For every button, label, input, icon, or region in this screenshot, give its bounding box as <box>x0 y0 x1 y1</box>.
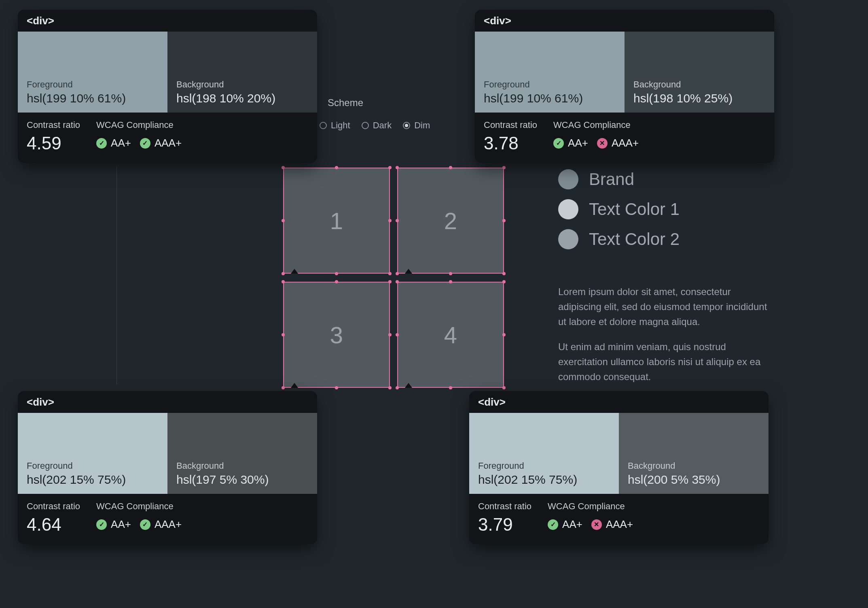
popover-caret-icon <box>291 383 298 388</box>
check-icon: ✓ <box>96 138 107 149</box>
wcag-badge: ✓AA+ <box>553 137 588 149</box>
background-label: Background <box>176 79 308 90</box>
legend-item: Text Color 1 <box>558 199 781 219</box>
background-swatch[interactable]: Backgroundhsl(198 10% 20%) <box>167 32 317 113</box>
scheme-option-dim[interactable]: Dim <box>403 120 430 131</box>
background-label: Background <box>176 461 308 471</box>
background-value: hsl(198 10% 20%) <box>176 91 308 105</box>
x-icon: ✕ <box>597 138 608 149</box>
selection-handle[interactable] <box>335 280 338 283</box>
selection-handle[interactable] <box>388 166 392 169</box>
selection-handle[interactable] <box>282 280 285 283</box>
selection-handle[interactable] <box>335 166 338 169</box>
legend-item: Text Color 2 <box>558 229 781 249</box>
selection-handle[interactable] <box>396 166 399 169</box>
legend-label: Text Color 2 <box>589 230 680 249</box>
popover-caret-icon <box>405 383 412 388</box>
preview-grid: 1 2 3 4 <box>284 168 504 389</box>
selection-handle[interactable] <box>502 219 506 222</box>
selection-handle[interactable] <box>396 333 399 336</box>
lorem-paragraph-2: Ut enim ad minim veniam, quis nostrud ex… <box>558 339 777 385</box>
selection-handle[interactable] <box>282 333 285 336</box>
selection-handle[interactable] <box>335 386 338 389</box>
selection-handle[interactable] <box>449 166 452 169</box>
check-icon: ✓ <box>548 519 558 530</box>
selection-handle[interactable] <box>335 272 338 275</box>
selection-handle[interactable] <box>282 272 285 275</box>
wcag-badge-text: AA+ <box>568 137 588 149</box>
background-label: Background <box>628 461 760 471</box>
background-value: hsl(197 5% 30%) <box>176 473 308 487</box>
foreground-swatch[interactable]: Foregroundhsl(199 10% 61%) <box>18 32 167 113</box>
wcag-badge: ✓AA+ <box>96 137 131 149</box>
contrast-ratio-value: 4.59 <box>27 134 80 152</box>
scheme-label: Scheme <box>328 97 363 108</box>
panel-tag-label: <div> <box>469 391 768 413</box>
background-swatch[interactable]: Backgroundhsl(198 10% 25%) <box>625 32 774 113</box>
selection-handle[interactable] <box>282 166 285 169</box>
foreground-value: hsl(202 15% 75%) <box>27 473 159 487</box>
wcag-badge: ✓AAA+ <box>140 137 182 149</box>
selection-handle[interactable] <box>502 386 506 389</box>
wcag-badge-text: AA+ <box>111 518 131 531</box>
contrast-ratio-label: Contrast ratio <box>484 120 537 130</box>
popover-caret-icon <box>405 269 412 274</box>
selection-handle[interactable] <box>388 272 392 275</box>
wcag-badge-text: AAA+ <box>155 518 182 531</box>
selection-handle[interactable] <box>388 280 392 283</box>
selection-handle[interactable] <box>396 386 399 389</box>
selection-handle[interactable] <box>396 272 399 275</box>
foreground-swatch[interactable]: Foregroundhsl(202 15% 75%) <box>469 413 619 494</box>
selection-handle[interactable] <box>282 386 285 389</box>
selection-handle[interactable] <box>449 280 452 283</box>
lorem-paragraph-1: Lorem ipsum dolor sit amet, consectetur … <box>558 284 777 330</box>
contrast-panel: <div>Foregroundhsl(199 10% 61%)Backgroun… <box>475 10 774 163</box>
radio-label: Light <box>331 120 350 131</box>
body-copy: Lorem ipsum dolor sit amet, consectetur … <box>558 284 777 394</box>
scheme-option-dark[interactable]: Dark <box>362 120 392 131</box>
contrast-ratio-value: 3.78 <box>484 134 537 152</box>
selection-handle[interactable] <box>449 386 452 389</box>
selection-handle[interactable] <box>282 219 285 222</box>
foreground-value: hsl(199 10% 61%) <box>484 91 616 105</box>
grid-cell-1[interactable]: 1 <box>284 168 389 273</box>
foreground-swatch[interactable]: Foregroundhsl(199 10% 61%) <box>475 32 625 113</box>
selection-handle[interactable] <box>502 166 506 169</box>
background-swatch[interactable]: Backgroundhsl(200 5% 35%) <box>619 413 768 494</box>
scheme-option-light[interactable]: Light <box>320 120 350 131</box>
grid-cell-4[interactable]: 4 <box>398 283 503 387</box>
check-icon: ✓ <box>140 138 150 149</box>
foreground-value: hsl(199 10% 61%) <box>27 91 159 105</box>
selection-handle[interactable] <box>396 219 399 222</box>
contrast-panel: <div>Foregroundhsl(202 15% 75%)Backgroun… <box>469 391 768 544</box>
foreground-label: Foreground <box>27 79 159 90</box>
foreground-swatch[interactable]: Foregroundhsl(202 15% 75%) <box>18 413 167 494</box>
selection-handle[interactable] <box>388 386 392 389</box>
grid-cell-3[interactable]: 3 <box>284 283 389 387</box>
selection-handle[interactable] <box>502 280 506 283</box>
contrast-ratio-value: 4.64 <box>27 516 80 534</box>
wcag-badge: ✓AAA+ <box>140 518 182 531</box>
selection-handle[interactable] <box>388 219 392 222</box>
check-icon: ✓ <box>140 519 150 530</box>
foreground-label: Foreground <box>478 461 610 471</box>
background-swatch[interactable]: Backgroundhsl(197 5% 30%) <box>167 413 317 494</box>
legend-label: Text Color 1 <box>589 200 680 219</box>
foreground-label: Foreground <box>484 79 616 90</box>
legend-swatch <box>558 199 578 219</box>
popover-caret-icon <box>291 269 298 274</box>
legend-swatch <box>558 229 578 249</box>
selection-handle[interactable] <box>449 272 452 275</box>
legend-label: Brand <box>589 170 634 189</box>
contrast-ratio-label: Contrast ratio <box>478 501 531 512</box>
foreground-value: hsl(202 15% 75%) <box>478 473 610 487</box>
selection-handle[interactable] <box>502 333 506 336</box>
grid-cell-2[interactable]: 2 <box>398 168 503 273</box>
selection-handle[interactable] <box>388 333 392 336</box>
background-label: Background <box>633 79 765 90</box>
selection-handle[interactable] <box>396 280 399 283</box>
contrast-ratio-label: Contrast ratio <box>27 120 80 130</box>
selection-handle[interactable] <box>502 272 506 275</box>
wcag-label: WCAG Compliance <box>96 120 182 130</box>
x-icon: ✕ <box>591 519 602 530</box>
